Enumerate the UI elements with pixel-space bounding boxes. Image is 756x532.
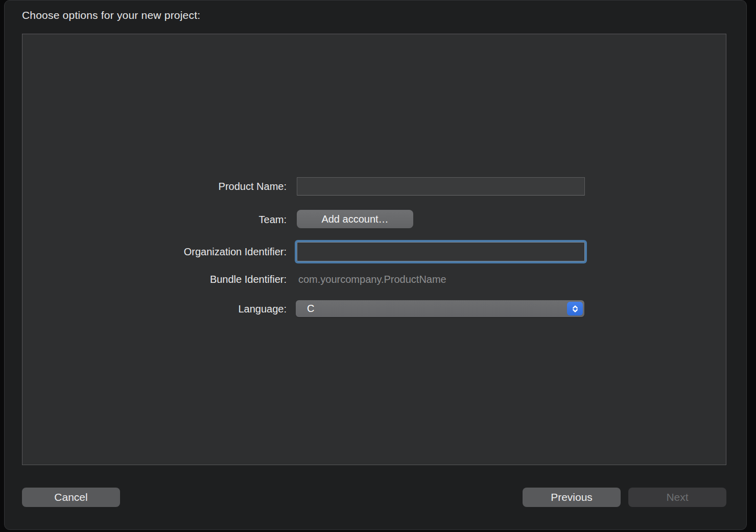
language-selected-value: C	[307, 302, 314, 315]
organization-identifier-label: Organization Identifier:	[103, 246, 287, 258]
bundle-identifier-label: Bundle Identifier:	[103, 273, 287, 286]
cancel-button[interactable]: Cancel	[22, 488, 120, 507]
new-project-options-sheet: Choose options for your new project: Pro…	[4, 0, 747, 530]
page-title: Choose options for your new project:	[22, 8, 200, 23]
next-button[interactable]: Next	[628, 488, 726, 507]
team-label: Team:	[103, 213, 287, 226]
organization-identifier-focus-ring	[295, 240, 587, 263]
language-popup[interactable]: C	[296, 300, 584, 317]
language-label: Language:	[103, 303, 287, 316]
product-name-label: Product Name:	[103, 180, 287, 193]
add-account-button[interactable]: Add account…	[297, 210, 413, 228]
organization-identifier-input[interactable]	[297, 242, 585, 261]
screen-background: Choose options for your new project: Pro…	[0, 0, 756, 532]
bundle-identifier-value: com.yourcompany.ProductName	[298, 273, 446, 286]
product-name-input[interactable]	[297, 177, 585, 196]
up-down-chevrons-icon	[567, 302, 583, 316]
previous-button[interactable]: Previous	[523, 488, 621, 507]
